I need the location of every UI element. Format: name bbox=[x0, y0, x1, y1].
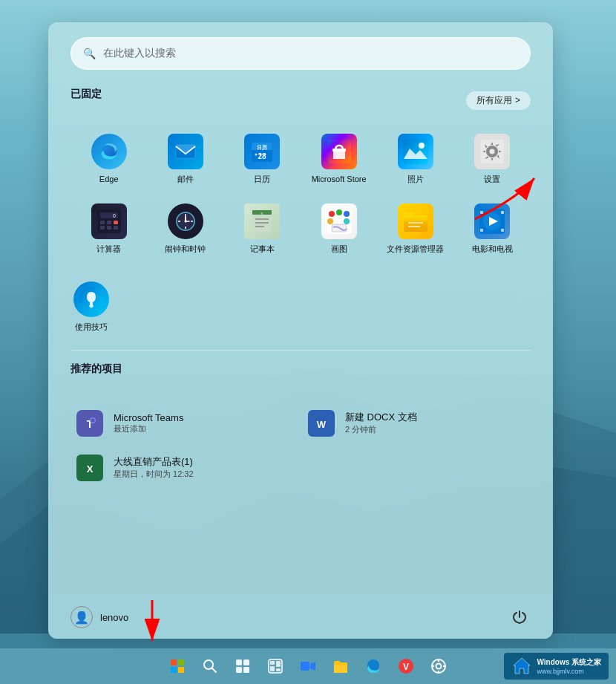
taskbar-center: V bbox=[163, 652, 453, 680]
teams-title: Microsoft Teams bbox=[114, 412, 183, 423]
svg-rect-68 bbox=[89, 305, 94, 307]
edge-icon bbox=[91, 134, 127, 169]
svg-point-41 bbox=[184, 221, 186, 223]
search-bar[interactable]: 🔍 在此键入以搜索 bbox=[71, 37, 531, 70]
search-placeholder: 在此键入以搜索 bbox=[103, 47, 176, 60]
app-calculator[interactable]: 0 计算器 bbox=[71, 198, 147, 260]
svg-rect-31 bbox=[114, 226, 118, 229]
apps-row2: 使用技巧 bbox=[71, 276, 531, 338]
search-icon: 🔍 bbox=[83, 48, 96, 59]
section-divider bbox=[71, 350, 531, 351]
paint-label: 画图 bbox=[331, 244, 347, 254]
pinned-header: 已固定 所有应用 > bbox=[71, 88, 531, 113]
photos-icon bbox=[398, 134, 433, 169]
taskbar: V bbox=[0, 648, 616, 684]
user-name: lenovo bbox=[100, 612, 128, 623]
app-clock[interactable]: 闹钟和时钟 bbox=[147, 198, 223, 260]
store-label: Microsoft Store bbox=[312, 174, 367, 184]
power-button[interactable] bbox=[508, 606, 531, 628]
taskbar-meet-button[interactable] bbox=[294, 652, 322, 680]
taskbar-v-button[interactable]: V bbox=[392, 652, 420, 680]
svg-text:V: V bbox=[403, 662, 409, 672]
svg-point-50 bbox=[336, 209, 342, 215]
svg-rect-15 bbox=[332, 149, 346, 152]
taskbar-start-button[interactable] bbox=[163, 652, 191, 680]
start-menu: 🔍 在此键入以搜索 已固定 所有应用 > bbox=[48, 22, 553, 639]
rec-excel[interactable]: X 大线直销产品表(1) 星期日，时间为 12:32 bbox=[71, 447, 299, 489]
svg-point-11 bbox=[255, 154, 258, 156]
svg-text:X: X bbox=[87, 463, 94, 475]
taskbar-files-icon bbox=[332, 658, 349, 674]
taskbar-v-icon: V bbox=[398, 658, 414, 674]
edge-label: Edge bbox=[99, 174, 119, 184]
excel-title: 大线直销产品表(1) bbox=[114, 455, 194, 469]
svg-text:≡: ≡ bbox=[261, 211, 263, 215]
taskbar-widgets-button[interactable] bbox=[261, 652, 289, 680]
app-movies[interactable]: 电影和电视 bbox=[454, 198, 531, 260]
taskbar-search-button[interactable] bbox=[196, 652, 224, 680]
docx-subtitle: 2 分钟前 bbox=[345, 424, 417, 435]
taskbar-widgets-icon bbox=[268, 659, 283, 674]
photos-label: 照片 bbox=[407, 174, 424, 184]
watermark-line2: www.bjjmlv.com bbox=[537, 668, 601, 675]
svg-rect-66 bbox=[501, 229, 504, 232]
user-area[interactable]: 👤 lenovo bbox=[71, 606, 128, 628]
svg-text:0: 0 bbox=[113, 213, 116, 218]
svg-rect-82 bbox=[236, 667, 242, 673]
mail-label: 邮件 bbox=[177, 174, 194, 184]
windows-logo-icon bbox=[171, 659, 184, 673]
teams-icon: T bbox=[76, 410, 103, 437]
app-store[interactable]: Microsoft Store bbox=[301, 128, 377, 190]
app-mail[interactable]: 邮件 bbox=[147, 128, 223, 190]
taskbar-taskview-button[interactable] bbox=[229, 652, 257, 680]
files-label: 文件资源管理器 bbox=[387, 244, 444, 254]
svg-rect-86 bbox=[276, 661, 281, 667]
calendar-icon: 日历 28 bbox=[244, 134, 280, 169]
svg-rect-80 bbox=[236, 659, 242, 665]
teams-subtitle: 最近添加 bbox=[114, 423, 183, 434]
all-apps-button[interactable]: 所有应用 > bbox=[466, 91, 531, 110]
taskbar-taskview-icon bbox=[235, 659, 250, 674]
app-notepad[interactable]: ≡ 记事本 bbox=[224, 198, 301, 260]
app-calendar[interactable]: 日历 28 日历 bbox=[224, 128, 301, 190]
taskbar-settings-button[interactable] bbox=[425, 652, 453, 680]
rec-teams[interactable]: T Microsoft Teams 最近添加 bbox=[71, 403, 299, 444]
svg-point-53 bbox=[344, 218, 350, 224]
start-bottom: 👤 lenovo bbox=[48, 596, 553, 639]
taskbar-edge-button[interactable] bbox=[359, 652, 387, 680]
store-icon bbox=[321, 134, 357, 169]
taskbar-edge-icon bbox=[365, 658, 381, 674]
svg-rect-26 bbox=[100, 221, 105, 224]
svg-point-96 bbox=[436, 664, 442, 669]
excel-icon: X bbox=[76, 455, 103, 481]
svg-rect-87 bbox=[270, 666, 275, 671]
svg-rect-28 bbox=[114, 221, 118, 224]
taskbar-files-button[interactable] bbox=[327, 652, 355, 680]
settings-icon bbox=[474, 134, 510, 169]
taskbar-search-icon bbox=[203, 659, 217, 674]
clock-app-icon bbox=[168, 203, 203, 239]
app-edge[interactable]: Edge bbox=[71, 128, 147, 190]
svg-rect-65 bbox=[480, 229, 483, 232]
svg-rect-69 bbox=[90, 307, 93, 308]
windows-house-icon bbox=[511, 656, 532, 677]
svg-text:W: W bbox=[317, 419, 327, 430]
pinned-label: 已固定 bbox=[71, 88, 102, 101]
svg-text:日历: 日历 bbox=[257, 145, 268, 150]
app-settings[interactable]: 设置 bbox=[454, 128, 531, 190]
rec-docx[interactable]: W 新建 DOCX 文档 2 分钟前 bbox=[302, 403, 531, 444]
app-tips[interactable]: 使用技巧 bbox=[71, 276, 112, 338]
svg-point-13 bbox=[264, 154, 266, 156]
settings-label: 设置 bbox=[484, 174, 500, 184]
svg-rect-81 bbox=[243, 659, 249, 665]
app-paint[interactable]: 画图 bbox=[301, 198, 377, 260]
svg-rect-91 bbox=[334, 665, 347, 673]
tips-icon bbox=[73, 281, 109, 317]
paint-icon bbox=[321, 203, 357, 239]
clock-label: 闹钟和时钟 bbox=[165, 244, 206, 254]
app-files[interactable]: 文件资源管理器 bbox=[377, 198, 453, 260]
app-photos[interactable]: 照片 bbox=[377, 128, 453, 190]
word-icon: W bbox=[308, 410, 335, 437]
movies-icon bbox=[474, 203, 510, 239]
svg-rect-29 bbox=[100, 226, 105, 229]
